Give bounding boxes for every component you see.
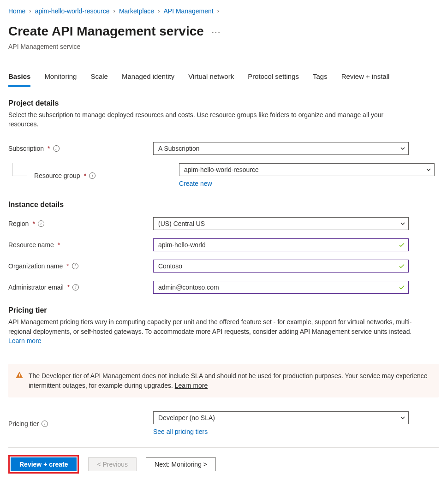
chevron-down-icon [426, 167, 431, 172]
warning-icon [16, 371, 23, 390]
pricing-warning-text: The Developer tier of API Management doe… [29, 372, 428, 389]
required-icon: * [32, 219, 35, 228]
info-icon[interactable]: i [42, 421, 48, 427]
region-label: Region [8, 219, 29, 228]
check-icon [398, 284, 405, 291]
breadcrumb-api-management[interactable]: API Management [164, 6, 214, 16]
tab-tags[interactable]: Tags [313, 71, 328, 87]
pricing-tier-select[interactable]: Developer (no SLA) [153, 411, 409, 424]
chevron-down-icon [400, 415, 405, 421]
info-icon[interactable]: i [72, 263, 78, 269]
tab-virtual-network[interactable]: Virtual network [188, 71, 234, 87]
tab-scale[interactable]: Scale [90, 71, 108, 87]
check-icon [398, 262, 405, 270]
tab-managed-identity[interactable]: Managed identity [122, 71, 174, 87]
check-icon [398, 241, 405, 249]
tab-protocol-settings[interactable]: Protocol settings [248, 71, 299, 87]
pricing-warning: The Developer tier of API Management doe… [8, 364, 439, 397]
chevron-right-icon: › [215, 7, 222, 16]
review-create-button[interactable]: Review + create [11, 457, 77, 471]
organization-name-value: Contoso [158, 261, 395, 271]
section-project-desc: Select the subscription to manage deploy… [8, 110, 414, 129]
resource-group-label: Resource group [34, 171, 80, 180]
tab-monitoring[interactable]: Monitoring [44, 71, 77, 87]
chevron-right-icon: › [111, 7, 118, 16]
chevron-down-icon [400, 146, 405, 151]
info-icon[interactable]: i [38, 220, 44, 227]
required-icon: * [67, 283, 70, 292]
organization-name-label: Organization name [8, 261, 63, 271]
resource-name-label: Resource name [8, 240, 54, 249]
page-title: Create API Management service [8, 22, 204, 41]
pricing-warning-learn-more-link[interactable]: Learn more [175, 382, 208, 389]
tree-elbow-icon [12, 163, 27, 176]
section-project-title: Project details [8, 98, 439, 108]
pricing-tier-value: Developer (no SLA) [158, 413, 395, 422]
create-new-link[interactable]: Create new [179, 179, 212, 188]
resource-group-select[interactable]: apim-hello-world-resource [179, 163, 435, 176]
required-icon: * [48, 144, 50, 153]
more-icon[interactable]: ⋯ [211, 25, 221, 37]
wizard-footer: Review + create < Previous Next: Monitor… [8, 447, 439, 481]
section-pricing-desc: API Management pricing tiers vary in com… [8, 317, 414, 345]
review-create-highlight: Review + create [8, 455, 79, 474]
admin-email-value: admin@contoso.com [158, 283, 395, 292]
see-all-tiers-link[interactable]: See all pricing tiers [153, 427, 208, 436]
subscription-label: Subscription [8, 144, 44, 153]
admin-email-label: Administrator email [8, 283, 64, 292]
subscription-value: A Subscription [158, 144, 395, 153]
breadcrumb: Home › apim-hello-world-resource › Marke… [8, 6, 439, 16]
tab-review-install[interactable]: Review + install [341, 71, 390, 87]
resource-group-value: apim-hello-world-resource [184, 165, 421, 174]
required-icon: * [66, 261, 69, 271]
info-icon[interactable]: i [53, 145, 60, 152]
info-icon[interactable]: i [72, 284, 79, 291]
resource-name-value: apim-hello-world [158, 240, 395, 249]
section-instance-title: Instance details [8, 199, 439, 210]
chevron-down-icon [400, 221, 405, 226]
pricing-tier-label: Pricing tier [8, 419, 39, 428]
region-select[interactable]: (US) Central US [153, 217, 409, 230]
page-subtitle: API Management service [8, 42, 439, 51]
resource-name-input[interactable]: apim-hello-world [153, 238, 409, 251]
breadcrumb-marketplace[interactable]: Marketplace [119, 6, 154, 16]
region-value: (US) Central US [158, 219, 395, 228]
organization-name-input[interactable]: Contoso [153, 260, 409, 273]
subscription-select[interactable]: A Subscription [153, 142, 409, 155]
pricing-learn-more-link[interactable]: Learn more [8, 337, 42, 344]
required-icon: * [84, 171, 86, 180]
svg-rect-1 [19, 377, 20, 378]
tab-basics[interactable]: Basics [8, 71, 30, 87]
info-icon[interactable]: i [89, 172, 95, 179]
breadcrumb-resource[interactable]: apim-hello-world-resource [35, 6, 110, 16]
previous-button: < Previous [88, 457, 137, 471]
chevron-right-icon: › [26, 7, 34, 16]
required-icon: * [58, 240, 60, 249]
tabs: Basics Monitoring Scale Managed identity… [8, 71, 439, 87]
next-button[interactable]: Next: Monitoring > [146, 457, 216, 471]
admin-email-input[interactable]: admin@contoso.com [153, 281, 409, 294]
breadcrumb-home[interactable]: Home [8, 6, 25, 16]
chevron-right-icon: › [155, 7, 162, 16]
section-pricing-title: Pricing tier [8, 305, 439, 315]
svg-rect-0 [19, 374, 20, 376]
